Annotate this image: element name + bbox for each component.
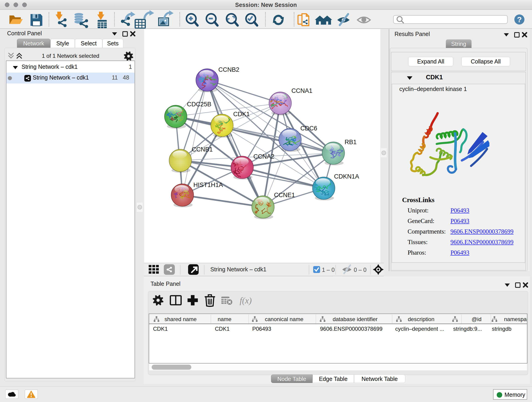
svg-text:@id: @id <box>472 316 481 322</box>
svg-text:CCNB2: CCNB2 <box>218 66 239 73</box>
svg-text:shared name: shared name <box>165 316 196 322</box>
svg-text:0 – 0: 0 – 0 <box>354 267 367 273</box>
svg-text:1 – 0: 1 – 0 <box>322 267 335 273</box>
svg-text:database identifier: database identifier <box>333 316 378 322</box>
svg-text:f(x): f(x) <box>240 296 252 306</box>
svg-text:description: description <box>408 316 434 322</box>
svg-text:CDC25B: CDC25B <box>187 101 211 108</box>
svg-text:namespace: namespace <box>504 316 527 322</box>
svg-text:CDC6: CDC6 <box>300 125 317 132</box>
svg-text:RB1: RB1 <box>345 139 357 146</box>
svg-text:CCNB1: CCNB1 <box>192 146 213 153</box>
svg-text:CDK1: CDK1 <box>233 111 250 118</box>
svg-text:HIST1H1A: HIST1H1A <box>193 182 223 188</box>
svg-text:?: ? <box>517 15 522 24</box>
svg-text:CCNE1: CCNE1 <box>274 191 295 198</box>
svg-text:name: name <box>218 316 231 322</box>
svg-text:canonical name: canonical name <box>265 316 303 322</box>
svg-text:CDKN1A: CDKN1A <box>334 173 359 180</box>
svg-text:CCNA1: CCNA1 <box>291 87 312 94</box>
svg-text:CCNA2: CCNA2 <box>253 153 274 160</box>
